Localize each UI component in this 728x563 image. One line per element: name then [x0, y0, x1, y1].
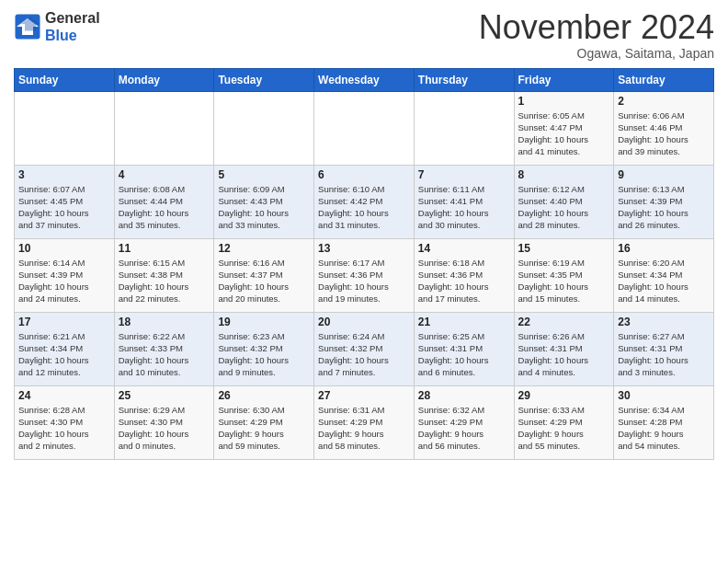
day-number: 3 [18, 168, 110, 181]
day-info: Sunrise: 6:24 AM Sunset: 4:32 PM Dayligh… [318, 330, 410, 379]
day-number: 1 [518, 95, 610, 108]
day-info: Sunrise: 6:05 AM Sunset: 4:47 PM Dayligh… [518, 109, 610, 158]
calendar-header: SundayMondayTuesdayWednesdayThursdayFrid… [15, 68, 714, 91]
logo-general: General [45, 10, 100, 26]
calendar-cell: 2Sunrise: 6:06 AM Sunset: 4:46 PM Daylig… [614, 91, 714, 165]
day-info: Sunrise: 6:15 AM Sunset: 4:38 PM Dayligh… [119, 257, 210, 305]
day-number: 29 [518, 389, 610, 402]
day-number: 17 [18, 316, 110, 328]
day-number: 5 [218, 168, 310, 181]
day-number: 14 [418, 242, 510, 255]
calendar-cell: 21Sunrise: 6:25 AM Sunset: 4:31 PM Dayli… [414, 312, 514, 385]
day-info: Sunrise: 6:30 AM Sunset: 4:29 PM Dayligh… [218, 404, 310, 453]
weekday-header-sunday: Sunday [15, 68, 115, 91]
day-info: Sunrise: 6:28 AM Sunset: 4:30 PM Dayligh… [18, 404, 110, 453]
calendar-cell: 16Sunrise: 6:20 AM Sunset: 4:34 PM Dayli… [614, 238, 714, 312]
day-info: Sunrise: 6:09 AM Sunset: 4:43 PM Dayligh… [218, 183, 310, 232]
calendar-cell: 27Sunrise: 6:31 AM Sunset: 4:29 PM Dayli… [314, 385, 415, 459]
day-info: Sunrise: 6:20 AM Sunset: 4:34 PM Dayligh… [618, 257, 710, 305]
header: General Blue November 2024 Ogawa, Saitam… [14, 9, 714, 61]
calendar-week-1: 1Sunrise: 6:05 AM Sunset: 4:47 PM Daylig… [15, 91, 714, 165]
weekday-header-wednesday: Wednesday [314, 68, 415, 91]
day-info: Sunrise: 6:11 AM Sunset: 4:41 PM Dayligh… [418, 183, 510, 232]
calendar-body: 1Sunrise: 6:05 AM Sunset: 4:47 PM Daylig… [15, 91, 714, 459]
calendar-page: General Blue November 2024 Ogawa, Saitam… [0, 0, 728, 474]
calendar-cell: 9Sunrise: 6:13 AM Sunset: 4:39 PM Daylig… [614, 165, 714, 238]
logo-icon [14, 13, 41, 40]
calendar-cell: 18Sunrise: 6:22 AM Sunset: 4:33 PM Dayli… [114, 312, 214, 385]
day-info: Sunrise: 6:21 AM Sunset: 4:34 PM Dayligh… [18, 330, 110, 379]
calendar-cell: 22Sunrise: 6:26 AM Sunset: 4:31 PM Dayli… [514, 312, 614, 385]
day-info: Sunrise: 6:14 AM Sunset: 4:39 PM Dayligh… [18, 257, 110, 305]
day-info: Sunrise: 6:12 AM Sunset: 4:40 PM Dayligh… [518, 183, 610, 232]
day-number: 23 [618, 316, 710, 328]
weekday-header-tuesday: Tuesday [214, 68, 314, 91]
day-info: Sunrise: 6:26 AM Sunset: 4:31 PM Dayligh… [518, 330, 610, 379]
day-info: Sunrise: 6:25 AM Sunset: 4:31 PM Dayligh… [418, 330, 510, 379]
calendar-cell [214, 91, 314, 165]
weekday-row: SundayMondayTuesdayWednesdayThursdayFrid… [15, 68, 714, 91]
day-number: 8 [518, 168, 610, 181]
day-number: 20 [318, 316, 410, 328]
calendar-table: SundayMondayTuesdayWednesdayThursdayFrid… [14, 68, 714, 460]
day-info: Sunrise: 6:17 AM Sunset: 4:36 PM Dayligh… [318, 257, 410, 305]
calendar-cell: 3Sunrise: 6:07 AM Sunset: 4:45 PM Daylig… [15, 165, 115, 238]
day-info: Sunrise: 6:06 AM Sunset: 4:46 PM Dayligh… [618, 109, 710, 158]
calendar-cell: 5Sunrise: 6:09 AM Sunset: 4:43 PM Daylig… [214, 165, 314, 238]
day-info: Sunrise: 6:16 AM Sunset: 4:37 PM Dayligh… [218, 257, 310, 305]
calendar-cell [114, 91, 214, 165]
day-info: Sunrise: 6:18 AM Sunset: 4:36 PM Dayligh… [418, 257, 510, 305]
day-number: 7 [418, 168, 510, 181]
calendar-cell: 11Sunrise: 6:15 AM Sunset: 4:38 PM Dayli… [114, 238, 214, 312]
calendar-cell: 4Sunrise: 6:08 AM Sunset: 4:44 PM Daylig… [114, 165, 214, 238]
day-number: 11 [119, 242, 210, 255]
day-number: 4 [119, 168, 210, 181]
day-number: 9 [618, 168, 710, 181]
day-number: 27 [318, 389, 410, 402]
day-number: 30 [618, 389, 710, 402]
calendar-cell [15, 91, 115, 165]
day-info: Sunrise: 6:13 AM Sunset: 4:39 PM Dayligh… [618, 183, 710, 232]
day-info: Sunrise: 6:07 AM Sunset: 4:45 PM Dayligh… [18, 183, 110, 232]
day-info: Sunrise: 6:31 AM Sunset: 4:29 PM Dayligh… [318, 404, 410, 453]
day-number: 10 [18, 242, 110, 255]
location: Ogawa, Saitama, Japan [479, 46, 714, 61]
calendar-cell: 19Sunrise: 6:23 AM Sunset: 4:32 PM Dayli… [214, 312, 314, 385]
calendar-week-5: 24Sunrise: 6:28 AM Sunset: 4:30 PM Dayli… [15, 385, 714, 459]
month-title: November 2024 [479, 9, 714, 46]
calendar-week-2: 3Sunrise: 6:07 AM Sunset: 4:45 PM Daylig… [15, 165, 714, 238]
calendar-cell: 12Sunrise: 6:16 AM Sunset: 4:37 PM Dayli… [214, 238, 314, 312]
weekday-header-friday: Friday [514, 68, 614, 91]
day-number: 22 [518, 316, 610, 328]
calendar-cell [414, 91, 514, 165]
calendar-cell: 28Sunrise: 6:32 AM Sunset: 4:29 PM Dayli… [414, 385, 514, 459]
day-number: 21 [418, 316, 510, 328]
calendar-cell: 7Sunrise: 6:11 AM Sunset: 4:41 PM Daylig… [414, 165, 514, 238]
day-info: Sunrise: 6:33 AM Sunset: 4:29 PM Dayligh… [518, 404, 610, 453]
day-info: Sunrise: 6:23 AM Sunset: 4:32 PM Dayligh… [218, 330, 310, 379]
day-info: Sunrise: 6:32 AM Sunset: 4:29 PM Dayligh… [418, 404, 510, 453]
day-number: 25 [119, 389, 210, 402]
calendar-cell [314, 91, 415, 165]
calendar-cell: 15Sunrise: 6:19 AM Sunset: 4:35 PM Dayli… [514, 238, 614, 312]
calendar-cell: 26Sunrise: 6:30 AM Sunset: 4:29 PM Dayli… [214, 385, 314, 459]
calendar-cell: 10Sunrise: 6:14 AM Sunset: 4:39 PM Dayli… [15, 238, 115, 312]
day-number: 2 [618, 95, 710, 108]
day-info: Sunrise: 6:19 AM Sunset: 4:35 PM Dayligh… [518, 257, 610, 305]
day-number: 16 [618, 242, 710, 255]
calendar-cell: 23Sunrise: 6:27 AM Sunset: 4:31 PM Dayli… [614, 312, 714, 385]
weekday-header-thursday: Thursday [414, 68, 514, 91]
title-block: November 2024 Ogawa, Saitama, Japan [479, 9, 714, 61]
weekday-header-monday: Monday [114, 68, 214, 91]
calendar-cell: 24Sunrise: 6:28 AM Sunset: 4:30 PM Dayli… [15, 385, 115, 459]
logo-blue: Blue [45, 28, 77, 43]
day-number: 15 [518, 242, 610, 255]
calendar-cell: 1Sunrise: 6:05 AM Sunset: 4:47 PM Daylig… [514, 91, 614, 165]
day-info: Sunrise: 6:10 AM Sunset: 4:42 PM Dayligh… [318, 183, 410, 232]
day-number: 28 [418, 389, 510, 402]
calendar-cell: 20Sunrise: 6:24 AM Sunset: 4:32 PM Dayli… [314, 312, 415, 385]
day-number: 19 [218, 316, 310, 328]
calendar-cell: 17Sunrise: 6:21 AM Sunset: 4:34 PM Dayli… [15, 312, 115, 385]
calendar-cell: 30Sunrise: 6:34 AM Sunset: 4:28 PM Dayli… [614, 385, 714, 459]
calendar-cell: 13Sunrise: 6:17 AM Sunset: 4:36 PM Dayli… [314, 238, 415, 312]
